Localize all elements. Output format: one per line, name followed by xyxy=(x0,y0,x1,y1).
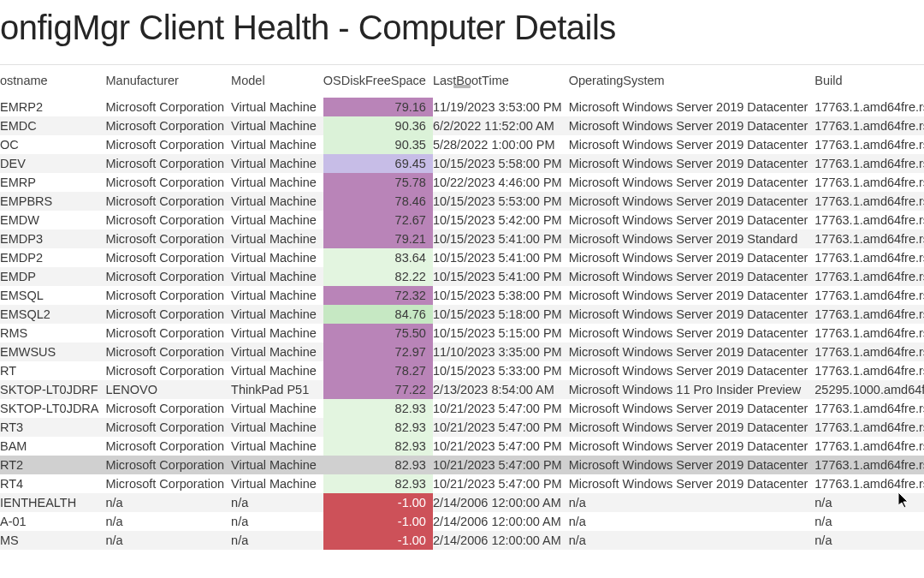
table-row[interactable]: EMRP2Microsoft CorporationVirtual Machin… xyxy=(0,98,924,116)
cell-manufacturer[interactable]: Microsoft Corporation xyxy=(106,418,232,437)
cell-manufacturer[interactable]: Microsoft Corporation xyxy=(106,229,232,248)
cell-os[interactable]: Microsoft Windows Server 2019 Datacenter xyxy=(569,437,815,456)
cell-os[interactable]: Microsoft Windows Server 2019 Datacenter xyxy=(569,418,815,437)
cell-model[interactable]: Virtual Machine xyxy=(231,399,323,418)
cell-os[interactable]: n/a xyxy=(569,493,815,512)
cell-hostname[interactable]: EMRP2 xyxy=(0,98,106,116)
col-header-model[interactable]: Model xyxy=(231,65,323,98)
table-row[interactable]: DEVMicrosoft CorporationVirtual Machine6… xyxy=(0,154,924,173)
cell-build[interactable]: 17763.1.amd64fre.rs5_re xyxy=(814,361,924,380)
cell-diskfree[interactable]: 69.45 xyxy=(323,154,433,173)
cell-manufacturer[interactable]: Microsoft Corporation xyxy=(106,98,232,116)
cell-diskfree[interactable]: 75.78 xyxy=(323,173,433,192)
table-row[interactable]: SKTOP-LT0JDRAMicrosoft CorporationVirtua… xyxy=(0,399,924,418)
cell-build[interactable]: 17763.1.amd64fre.rs5_re xyxy=(814,456,924,474)
col-header-build[interactable]: Build xyxy=(814,65,924,98)
cell-manufacturer[interactable]: n/a xyxy=(106,512,232,531)
cell-diskfree[interactable]: -1.00 xyxy=(323,493,433,512)
cell-lastboot[interactable]: 2/14/2006 12:00:00 AM xyxy=(433,531,569,550)
cell-model[interactable]: Virtual Machine xyxy=(231,135,323,154)
table-row[interactable]: IENTHEALTHn/an/a-1.002/14/2006 12:00:00 … xyxy=(0,493,924,512)
col-header-os[interactable]: OperatingSystem xyxy=(569,65,815,98)
cell-diskfree[interactable]: -1.00 xyxy=(323,512,433,531)
cell-lastboot[interactable]: 10/15/2023 5:41:00 PM xyxy=(433,248,569,267)
cell-manufacturer[interactable]: Microsoft Corporation xyxy=(106,324,232,343)
table-row[interactable]: EMRPMicrosoft CorporationVirtual Machine… xyxy=(0,173,924,192)
table-row[interactable]: EMSQLMicrosoft CorporationVirtual Machin… xyxy=(0,286,924,305)
cell-lastboot[interactable]: 10/15/2023 5:18:00 PM xyxy=(433,305,569,324)
cell-manufacturer[interactable]: Microsoft Corporation xyxy=(106,116,232,135)
cell-hostname[interactable]: EMDP2 xyxy=(0,248,106,267)
cell-model[interactable]: n/a xyxy=(231,512,323,531)
cell-hostname[interactable]: EMDP3 xyxy=(0,229,106,248)
cell-os[interactable]: Microsoft Windows Server 2019 Datacenter xyxy=(569,98,815,116)
cell-diskfree[interactable]: 77.22 xyxy=(323,380,433,399)
cell-hostname[interactable]: IENTHEALTH xyxy=(0,493,106,512)
cell-build[interactable]: 17763.1.amd64fre.rs5_re xyxy=(814,286,924,305)
cell-os[interactable]: Microsoft Windows Server 2019 Datacenter xyxy=(569,192,815,211)
cell-hostname[interactable]: EMPBRS xyxy=(0,192,106,211)
cell-os[interactable]: Microsoft Windows 11 Pro Insider Preview xyxy=(569,380,815,399)
cell-hostname[interactable]: SKTOP-LT0JDRA xyxy=(0,399,106,418)
cell-lastboot[interactable]: 10/15/2023 5:41:00 PM xyxy=(433,229,569,248)
cell-build[interactable]: n/a xyxy=(814,493,924,512)
cell-model[interactable]: Virtual Machine xyxy=(231,98,323,116)
cell-manufacturer[interactable]: Microsoft Corporation xyxy=(106,192,232,211)
table-row[interactable]: MSn/an/a-1.002/14/2006 12:00:00 AMn/an/a xyxy=(0,531,924,550)
cell-diskfree[interactable]: 72.67 xyxy=(323,211,433,229)
cell-hostname[interactable]: DEV xyxy=(0,154,106,173)
cell-diskfree[interactable]: 82.93 xyxy=(323,456,433,474)
cell-model[interactable]: Virtual Machine xyxy=(231,229,323,248)
cell-os[interactable]: Microsoft Windows Server 2019 Datacenter xyxy=(569,361,815,380)
cell-model[interactable]: Virtual Machine xyxy=(231,173,323,192)
table-row[interactable]: RT3Microsoft CorporationVirtual Machine8… xyxy=(0,418,924,437)
cell-manufacturer[interactable]: n/a xyxy=(106,531,232,550)
cell-build[interactable]: 17763.1.amd64fre.rs5_re xyxy=(814,229,924,248)
cell-model[interactable]: Virtual Machine xyxy=(231,248,323,267)
col-header-hostname[interactable]: ostname xyxy=(0,65,106,98)
cell-os[interactable]: Microsoft Windows Server 2019 Datacenter xyxy=(569,248,815,267)
table-row[interactable]: EMDPMicrosoft CorporationVirtual Machine… xyxy=(0,267,924,286)
cell-os[interactable]: Microsoft Windows Server 2019 Standard xyxy=(569,229,815,248)
cell-diskfree[interactable]: 78.27 xyxy=(323,361,433,380)
cell-lastboot[interactable]: 10/15/2023 5:33:00 PM xyxy=(433,361,569,380)
cell-model[interactable]: n/a xyxy=(231,493,323,512)
cell-manufacturer[interactable]: Microsoft Corporation xyxy=(106,248,232,267)
cell-os[interactable]: Microsoft Windows Server 2019 Datacenter xyxy=(569,305,815,324)
cell-build[interactable]: 17763.1.amd64fre.rs5_re xyxy=(814,324,924,343)
cell-build[interactable]: 17763.1.amd64fre.rs5_re xyxy=(814,248,924,267)
cell-model[interactable]: Virtual Machine xyxy=(231,154,323,173)
cell-hostname[interactable]: SKTOP-LT0JDRF xyxy=(0,380,106,399)
cell-diskfree[interactable]: -1.00 xyxy=(323,531,433,550)
cell-build[interactable]: 17763.1.amd64fre.rs5_re xyxy=(814,343,924,361)
cell-build[interactable]: 17763.1.amd64fre.rs5_re xyxy=(814,437,924,456)
cell-manufacturer[interactable]: Microsoft Corporation xyxy=(106,286,232,305)
cell-lastboot[interactable]: 10/15/2023 5:58:00 PM xyxy=(433,154,569,173)
col-header-disk[interactable]: OSDiskFreeSpace xyxy=(323,65,433,98)
cell-model[interactable]: Virtual Machine xyxy=(231,116,323,135)
cell-hostname[interactable]: A-01 xyxy=(0,512,106,531)
cell-os[interactable]: Microsoft Windows Server 2019 Datacenter xyxy=(569,399,815,418)
cell-build[interactable]: 17763.1.amd64fre.rs5_re xyxy=(814,192,924,211)
cell-hostname[interactable]: RMS xyxy=(0,324,106,343)
table-row[interactable]: EMDWMicrosoft CorporationVirtual Machine… xyxy=(0,211,924,229)
cell-model[interactable]: n/a xyxy=(231,531,323,550)
cell-hostname[interactable]: EMDW xyxy=(0,211,106,229)
cell-hostname[interactable]: EMWSUS xyxy=(0,343,106,361)
cell-manufacturer[interactable]: Microsoft Corporation xyxy=(106,154,232,173)
cell-hostname[interactable]: EMDP xyxy=(0,267,106,286)
cell-build[interactable]: 17763.1.amd64fre.rs5_re xyxy=(814,135,924,154)
cell-build[interactable]: 17763.1.amd64fre.rs5_re xyxy=(814,211,924,229)
table-row[interactable]: RT4Microsoft CorporationVirtual Machine8… xyxy=(0,474,924,493)
cell-manufacturer[interactable]: Microsoft Corporation xyxy=(106,305,232,324)
table-row[interactable]: A-01n/an/a-1.002/14/2006 12:00:00 AMn/an… xyxy=(0,512,924,531)
cell-build[interactable]: 17763.1.amd64fre.rs5_re xyxy=(814,173,924,192)
cell-model[interactable]: Virtual Machine xyxy=(231,418,323,437)
cell-build[interactable]: 17763.1.amd64fre.rs5_re xyxy=(814,399,924,418)
cell-diskfree[interactable]: 83.64 xyxy=(323,248,433,267)
cell-build[interactable]: n/a xyxy=(814,531,924,550)
cell-build[interactable]: 17763.1.amd64fre.rs5_re xyxy=(814,305,924,324)
cell-diskfree[interactable]: 90.35 xyxy=(323,135,433,154)
cell-lastboot[interactable]: 2/14/2006 12:00:00 AM xyxy=(433,493,569,512)
col-header-manufacturer[interactable]: Manufacturer xyxy=(106,65,232,98)
